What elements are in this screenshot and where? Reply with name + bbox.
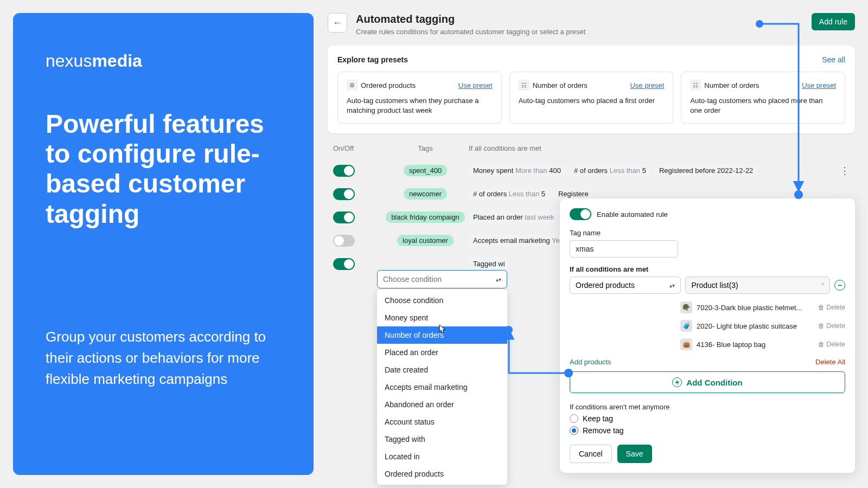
product-list-select[interactable]: Product list(3)˄ [685, 277, 830, 294]
dropdown-option[interactable]: Date created [377, 361, 507, 378]
condition-chip: Tagged wi [469, 258, 509, 270]
rule-toggle[interactable] [333, 235, 355, 247]
rule-toggle[interactable] [333, 258, 355, 270]
brand-light: nexus [46, 51, 92, 70]
dropdown-option[interactable]: Number of orders [377, 326, 507, 344]
dropdown-option[interactable]: Located in [377, 448, 507, 465]
radio-icon [570, 414, 578, 423]
condition-chip: Accepts email marketing Yes [469, 234, 567, 247]
presets-title: Explore tag presets [337, 55, 408, 64]
radio-option[interactable]: Keep tag [570, 414, 845, 423]
product-name: 4136- Blue laptop bag [697, 341, 814, 349]
row-menu-icon[interactable]: ⋮ [840, 165, 850, 177]
page-subtitle: Create rules conditions for automated cu… [356, 28, 803, 36]
add-condition-button[interactable]: +Add Condition [570, 371, 845, 393]
add-products-link[interactable]: Add products [570, 358, 611, 366]
preset-icon: ☷ [519, 80, 529, 91]
condition-type-select[interactable]: Ordered products▴▾ [570, 277, 681, 294]
rule-toggle[interactable] [333, 188, 355, 200]
tag-pill: newcomer [404, 188, 447, 200]
preset-desc: Auto-tag customers who placed more than … [690, 96, 836, 115]
add-rule-button[interactable]: Add rule [812, 13, 855, 30]
cancel-button[interactable]: Cancel [570, 445, 612, 463]
unmet-label: If conditions aren't met anymore [570, 403, 845, 411]
conditions-label: If all conditions are met [570, 265, 845, 273]
delete-product-link[interactable]: 🗑 Delete [818, 322, 845, 330]
page-title: Automated tagging [356, 13, 803, 25]
product-name: 7020-3-Dark blue plastic helmet... [697, 304, 814, 312]
tag-pill: spent_400 [404, 165, 448, 176]
product-name: 2020- Light blue plastic suitcase [697, 322, 814, 330]
product-thumb: 👜 [680, 338, 692, 350]
condition-chip: Money spent More than 400 [469, 164, 565, 177]
plus-icon: + [672, 377, 682, 387]
condition-chip: Placed an order last week [469, 211, 559, 223]
product-thumb: 🧳 [680, 320, 692, 332]
product-thumb: 🪖 [680, 301, 692, 313]
condition-chip: Registered before 2022-12-22 [655, 164, 757, 177]
condition-chip: # of orders Less than 5 [469, 188, 550, 200]
dropdown-option[interactable]: Money spent [377, 309, 507, 326]
preset-icon: ⚙ [347, 80, 358, 91]
tag-pill: black friday compaign [386, 211, 465, 223]
delete-product-link[interactable]: 🗑 Delete [818, 304, 845, 311]
caret-icon: ▴▾ [496, 277, 501, 282]
product-row: 👜4136- Blue laptop bag🗑 Delete [680, 335, 845, 354]
preset-type: Ordered products [361, 81, 416, 89]
product-row: 🧳2020- Light blue plastic suitcase🗑 Dele… [680, 317, 845, 335]
preset-desc: Auto-tag customers when they purchase a … [347, 96, 493, 115]
use-preset-link[interactable]: Use preset [630, 81, 664, 89]
caret-icon: ▴▾ [669, 282, 675, 288]
chevron-up-icon: ˄ [821, 282, 824, 288]
dropdown-option[interactable]: Accepts email marketing [377, 378, 507, 396]
rule-detail-panel: Enable automated rule Tag name If all co… [560, 198, 855, 473]
dropdown-menu: Choose conditionMoney spentNumber of ord… [377, 290, 507, 485]
rule-toggle[interactable] [333, 211, 355, 223]
headline: Powerful features to configure rule-base… [46, 109, 281, 229]
dropdown-option[interactable]: Account status [377, 413, 507, 431]
subtext: Group your customers according to their … [46, 326, 281, 390]
col-tags: Tags [382, 144, 469, 152]
preset-card: ⚙Ordered productsUse presetAuto-tag cust… [337, 72, 502, 124]
brand-bold: media [92, 51, 142, 70]
preset-card: ☷Number of ordersUse presetAuto-tag cust… [681, 72, 845, 124]
remove-condition-button[interactable]: − [834, 280, 845, 291]
preset-desc: Auto-tag customers who placed a first or… [519, 96, 665, 106]
condition-chip: # of orders Less than 5 [570, 164, 650, 177]
enable-rule-toggle[interactable] [570, 208, 591, 220]
brand-logo: nexusmedia [46, 51, 281, 71]
table-row: spent_400Money spent More than 400# of o… [328, 159, 855, 182]
condition-dropdown[interactable]: Choose condition ▴▾ Choose conditionMone… [377, 270, 507, 485]
preset-icon: ☷ [690, 80, 701, 91]
dropdown-option[interactable]: Ordered products [377, 465, 507, 483]
preset-type: Number of orders [533, 81, 588, 89]
col-cond: If all conditions are met [469, 144, 850, 152]
save-button[interactable]: Save [617, 445, 652, 463]
dropdown-label: Choose condition [383, 275, 442, 284]
col-toggle: On/Off [333, 144, 382, 152]
radio-option[interactable]: Remove tag [570, 426, 845, 435]
back-button[interactable]: ← [328, 13, 347, 33]
use-preset-link[interactable]: Use preset [802, 81, 836, 89]
delete-product-link[interactable]: 🗑 Delete [818, 341, 845, 348]
see-all-link[interactable]: See all [822, 55, 845, 64]
tag-name-label: Tag name [570, 229, 845, 237]
dropdown-option[interactable]: Abandoned an order [377, 396, 507, 413]
dropdown-select[interactable]: Choose condition ▴▾ [377, 270, 507, 288]
header: ← Automated tagging Create rules conditi… [328, 13, 855, 36]
dropdown-option[interactable]: Choose condition [377, 292, 507, 309]
preset-type: Number of orders [704, 81, 759, 89]
tag-pill: loyal customer [397, 235, 454, 246]
presets-card: Explore tag presets See all ⚙Ordered pro… [328, 46, 855, 133]
delete-all-link[interactable]: Delete All [815, 358, 845, 366]
radio-icon [570, 426, 578, 435]
product-row: 🪖7020-3-Dark blue plastic helmet...🗑 Del… [680, 298, 845, 317]
enable-rule-label: Enable automated rule [597, 210, 668, 219]
use-preset-link[interactable]: Use preset [458, 81, 493, 89]
rule-toggle[interactable] [333, 165, 355, 177]
preset-card: ☷Number of ordersUse presetAuto-tag cust… [509, 72, 674, 124]
marketing-panel: nexusmedia Powerful features to configur… [13, 13, 314, 475]
tag-name-input[interactable] [570, 240, 678, 258]
dropdown-option[interactable]: Placed an order [377, 344, 507, 361]
dropdown-option[interactable]: Tagged with [377, 431, 507, 448]
